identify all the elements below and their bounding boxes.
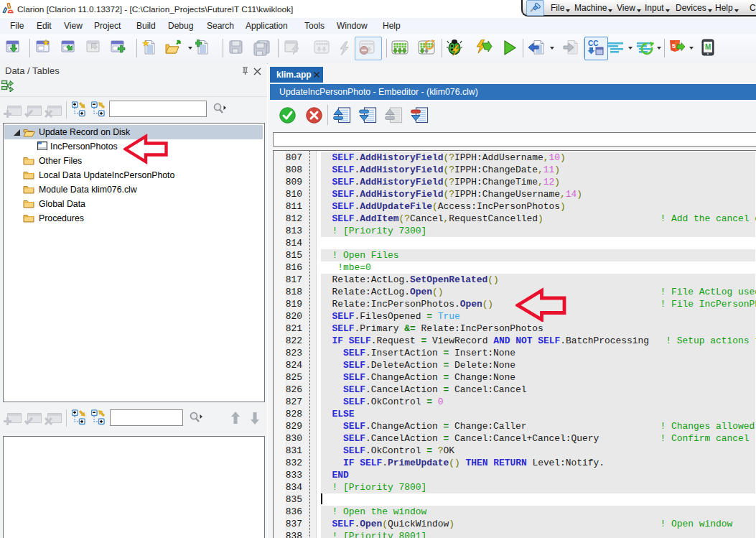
svg-text:5: 5 [672,42,676,50]
svg-text:CC: CC [588,40,598,47]
svg-text:M: M [705,43,711,51]
